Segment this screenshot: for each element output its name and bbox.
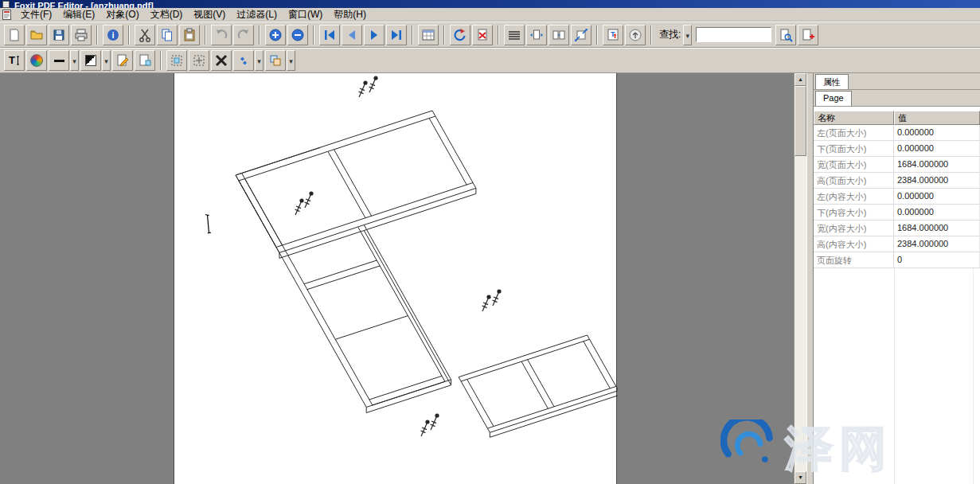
menu-item-window[interactable]: 窗口(W) (283, 8, 328, 21)
column-header-value[interactable]: 值 (894, 111, 980, 125)
find-input[interactable] (696, 27, 771, 42)
panel-splitter[interactable] (806, 73, 813, 484)
property-row: 高(内容大小)2384.000000 (814, 236, 980, 252)
cut-button[interactable] (135, 25, 155, 45)
menu-item-help[interactable]: 帮助(H) (328, 8, 372, 21)
rotate-page-button[interactable] (450, 25, 470, 45)
new-button[interactable] (4, 25, 25, 45)
goto-icon (628, 28, 642, 42)
menu-item-document[interactable]: 文档(D) (145, 8, 189, 21)
align-button[interactable] (233, 50, 254, 71)
group-dropdown[interactable]: ▾ (287, 50, 295, 71)
property-value[interactable]: 0.000000 (894, 205, 980, 220)
resize-page-button[interactable] (571, 25, 592, 45)
menu-item-file[interactable]: 文件(F) (15, 8, 57, 21)
doc-search-button[interactable] (775, 25, 796, 45)
menu-item-edit[interactable]: 编辑(E) (57, 8, 100, 21)
column-header-name[interactable]: 名称 (814, 111, 894, 125)
hatch-pattern-button[interactable] (504, 25, 525, 45)
menu-item-view[interactable]: 视图(V) (188, 8, 231, 21)
app-icon (2, 1, 10, 8)
line-style-button[interactable] (49, 50, 69, 71)
fill-square-icon (85, 55, 96, 66)
pdf-page[interactable] (174, 73, 617, 484)
zoom-in-button[interactable] (265, 25, 286, 45)
next-page-icon (367, 28, 381, 42)
text-caret (205, 215, 211, 234)
align-dropdown[interactable]: ▾ (255, 50, 264, 71)
property-row: 宽(内容大小)1684.000000 (814, 221, 980, 236)
edit-object-button[interactable] (112, 50, 133, 71)
line-style-dropdown[interactable]: ▾ (70, 50, 79, 71)
fill-style-button[interactable] (80, 50, 101, 71)
property-value[interactable]: 0.000000 (894, 125, 980, 140)
property-value[interactable]: 0.000000 (894, 189, 980, 204)
transform-object-button[interactable] (189, 50, 209, 71)
scroll-up-button[interactable]: ▲ (795, 73, 806, 86)
property-value[interactable]: 1684.000000 (894, 157, 980, 172)
fit-width-button[interactable] (526, 25, 547, 45)
property-value[interactable]: 2384.000000 (894, 236, 980, 252)
info-button[interactable]: i (103, 25, 123, 45)
find-dropdown-button[interactable]: ▾ (683, 25, 692, 45)
panel-tabstrip: 属性 (814, 73, 980, 90)
delete-page-button[interactable] (472, 25, 493, 45)
insert-text-button[interactable]: T (603, 25, 623, 45)
prev-page-button[interactable] (342, 25, 362, 45)
text-tool-button[interactable]: T (4, 50, 25, 71)
doc-locate-button[interactable] (798, 25, 818, 45)
svg-text:T: T (9, 54, 15, 66)
canvas-area[interactable] (0, 73, 794, 484)
property-row: 高(页面大小)2384.000000 (814, 173, 980, 189)
separator (128, 25, 130, 45)
app-window: Foxit PDF Editor - [anzhuang.pdf] 文件(F) … (0, 0, 980, 484)
insert-text-icon: T (606, 28, 620, 42)
last-page-button[interactable] (386, 25, 407, 45)
scroll-thumb[interactable] (795, 86, 806, 156)
line-icon (54, 60, 64, 62)
copy-button[interactable] (157, 25, 178, 45)
open-button[interactable] (26, 25, 47, 45)
next-page-button[interactable] (364, 25, 385, 45)
paste-button[interactable] (179, 25, 200, 45)
page-table-button[interactable] (418, 25, 439, 45)
zoom-out-icon (291, 28, 305, 42)
vertical-scrollbar[interactable]: ▲ ▼ (794, 73, 806, 484)
save-button[interactable] (49, 25, 69, 45)
group-button[interactable] (265, 50, 286, 71)
property-row: 左(内容大小)0.000000 (814, 189, 980, 205)
select-object-button[interactable] (166, 50, 187, 71)
cut-icon (138, 28, 152, 42)
page-drawing (174, 73, 618, 484)
property-row: 左(页面大小)0.000000 (814, 125, 980, 141)
property-value[interactable]: 0.000000 (894, 141, 980, 156)
redo-button[interactable] (233, 25, 254, 45)
new-document-icon (7, 28, 21, 42)
text-tool-icon: T (7, 53, 21, 68)
edit-form-button[interactable] (135, 50, 155, 71)
menu-item-object[interactable]: 对象(O) (100, 8, 144, 21)
menu-bar: 文件(F) 编辑(E) 对象(O) 文档(D) 视图(V) 过滤器(L) 窗口(… (0, 8, 980, 21)
facing-pages-button[interactable] (549, 25, 569, 45)
zoom-out-button[interactable] (287, 25, 308, 45)
find-label: 查找: (659, 28, 681, 41)
svg-text:i: i (111, 30, 114, 40)
property-name: 下(内容大小) (814, 205, 894, 220)
property-value[interactable]: 2384.000000 (894, 173, 980, 188)
first-page-button[interactable] (319, 25, 340, 45)
fill-style-dropdown[interactable]: ▾ (102, 50, 111, 71)
undo-button[interactable] (211, 25, 232, 45)
tab-properties[interactable]: 属性 (815, 74, 849, 89)
tab-page[interactable]: Page (815, 91, 852, 106)
scroll-down-button[interactable]: ▼ (795, 471, 806, 484)
color-picker-button[interactable] (26, 50, 47, 71)
doc-search-icon (779, 28, 793, 42)
property-value[interactable]: 0 (894, 252, 980, 267)
goto-button[interactable] (625, 25, 646, 45)
print-button[interactable] (71, 25, 92, 45)
crossed-tools-icon (214, 53, 228, 68)
property-grid-header: 名称 值 (814, 111, 980, 125)
tools-button[interactable] (211, 50, 232, 71)
menu-item-filter[interactable]: 过滤器(L) (231, 8, 283, 21)
property-value[interactable]: 1684.000000 (894, 221, 980, 236)
